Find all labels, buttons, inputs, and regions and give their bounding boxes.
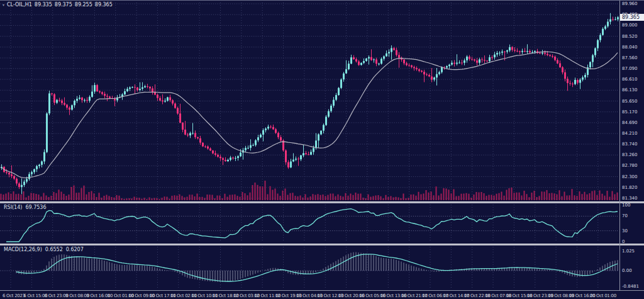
price-axis-label: 86.610	[622, 77, 638, 82]
main-chart-canvas[interactable]	[0, 1, 644, 201]
time-axis-label: 6 Oct 23:00	[45, 293, 69, 298]
title-high: 89.375	[55, 2, 72, 8]
time-axis-label: 9 Oct 16:00	[86, 293, 110, 298]
price-axis-label: 89.000	[622, 23, 638, 28]
time-axis-label: 9 Oct 08:00	[65, 293, 89, 298]
title-low: 89.255	[75, 2, 92, 8]
price-axis-label: 84.690	[622, 120, 638, 125]
macd-name: MACD(12,26,9)	[4, 247, 42, 252]
current-price-badge: 89.365	[620, 14, 644, 21]
rsi-canvas[interactable]	[0, 203, 644, 244]
rsi-axis-label: 30	[622, 228, 628, 234]
price-axis-label: 83.260	[622, 152, 638, 157]
title-arrow-icon: ▾	[3, 3, 4, 7]
macd-axis-label: -0.8481	[622, 284, 639, 289]
title-close: 89.365	[95, 2, 113, 8]
rsi-axis-label: 100	[622, 203, 630, 208]
time-axis-label: 20 Oct 01:00	[590, 293, 616, 298]
price-axis-label: 86.130	[622, 87, 638, 93]
rsi-value: 69.7536	[25, 205, 46, 210]
time-axis-separator	[0, 290, 644, 291]
macd-label: MACD(12,26,9) 0.6552 0.6207	[4, 247, 84, 252]
price-axis-label: 85.170	[622, 110, 638, 115]
price-axis-label: 81.340	[622, 196, 638, 201]
macd-main-value: 0.6552	[45, 247, 63, 252]
price-axis-label: 85.650	[622, 99, 638, 104]
rsi-axis-label: 70	[622, 213, 628, 218]
macd-canvas[interactable]	[0, 245, 644, 290]
chart-title: ▾ CL-OIL,H1 89.335 89.375 89.255 89.365	[3, 2, 113, 8]
price-axis-separator	[619, 1, 620, 290]
chart-window: ▾ CL-OIL,H1 89.335 89.375 89.255 89.365 …	[0, 0, 644, 299]
rsi-label: RSI(14) 69.7536	[4, 205, 47, 210]
price-axis-label: 88.040	[622, 45, 638, 50]
title-symbol: CL-OIL,H1	[7, 2, 32, 8]
price-axis-label: 87.560	[622, 55, 638, 60]
title-open: 89.335	[35, 2, 52, 8]
price-axis-label: 84.210	[622, 131, 638, 136]
price-axis-label: 82.780	[622, 163, 638, 168]
time-axis-label: 6 Oct 15:00	[23, 293, 47, 298]
macd-axis-label: 1.025	[622, 249, 635, 254]
price-axis-label: 88.520	[622, 34, 638, 39]
price-axis-label: 82.300	[622, 174, 638, 179]
price-axis-label: 87.090	[622, 66, 638, 71]
macd-signal-value: 0.6207	[66, 247, 84, 252]
price-axis-label: 83.740	[622, 142, 638, 147]
time-axis-label: 6 Oct 2023	[3, 293, 25, 298]
rsi-axis-label: 0	[622, 239, 625, 244]
price-axis-label: 89.960	[622, 1, 638, 6]
rsi-name: RSI(14)	[4, 205, 22, 210]
macd-axis-label: 0.00	[622, 268, 632, 273]
price-axis-label: 81.820	[622, 185, 638, 190]
